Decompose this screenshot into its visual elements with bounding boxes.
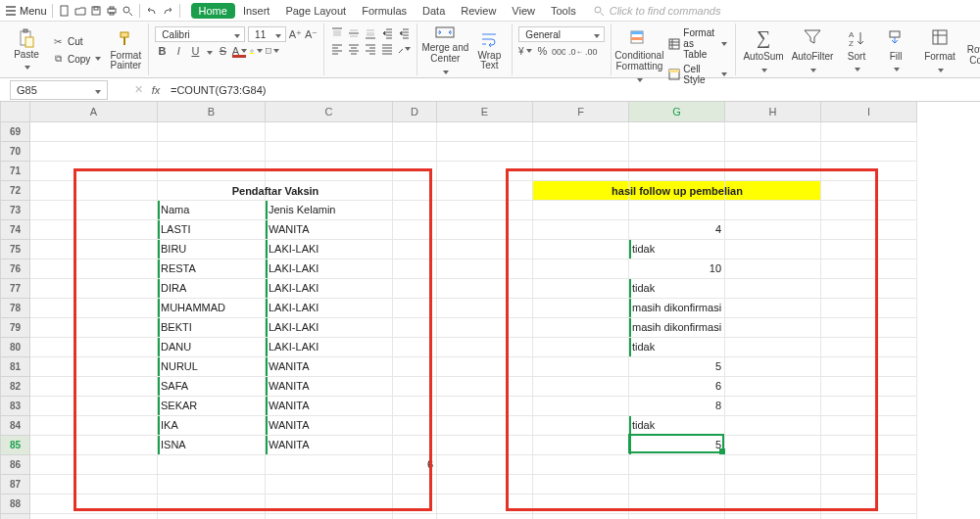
- cell-B84[interactable]: IKA: [158, 415, 266, 435]
- cell-I72[interactable]: [821, 180, 917, 200]
- cell-F80[interactable]: [533, 337, 629, 356]
- cell-H82[interactable]: [725, 376, 821, 396]
- format-painter-button[interactable]: Format Painter: [107, 24, 144, 75]
- cell-E89[interactable]: [437, 513, 533, 519]
- cell-D77[interactable]: [393, 278, 437, 298]
- cell-C84[interactable]: WANITA: [266, 415, 393, 435]
- row-header-73[interactable]: 73: [1, 200, 30, 219]
- app-menu-icon[interactable]: [4, 4, 18, 18]
- format-as-table-button[interactable]: Format as Table: [666, 26, 729, 61]
- cell-C86[interactable]: [266, 454, 393, 474]
- cell-A73[interactable]: [30, 200, 158, 219]
- cell-D73[interactable]: [393, 200, 437, 219]
- cell-B82[interactable]: SAFA: [158, 376, 266, 396]
- cell-G71[interactable]: [629, 161, 725, 180]
- cell-F74[interactable]: [533, 219, 629, 239]
- cell-C88[interactable]: [266, 494, 393, 513]
- align-center-icon[interactable]: [347, 42, 361, 56]
- cell-G76[interactable]: 10: [629, 259, 725, 278]
- orientation-icon[interactable]: [397, 42, 411, 56]
- cell-C76[interactable]: LAKI-LAKI: [266, 259, 393, 278]
- cell-A72[interactable]: [30, 180, 158, 200]
- cell-G87[interactable]: [629, 474, 725, 494]
- cell-A70[interactable]: [30, 141, 158, 161]
- cell-B78[interactable]: MUHAMMAD: [158, 298, 266, 317]
- col-header-G[interactable]: G: [629, 102, 725, 121]
- cell-G89[interactable]: [629, 513, 725, 519]
- cell-E70[interactable]: [437, 141, 533, 161]
- cell-E81[interactable]: [437, 356, 533, 376]
- cell-C74[interactable]: WANITA: [266, 219, 393, 239]
- cell-C83[interactable]: WANITA: [266, 396, 393, 415]
- cell-E74[interactable]: [437, 219, 533, 239]
- cell-C69[interactable]: [266, 121, 393, 141]
- cell-I88[interactable]: [821, 494, 917, 513]
- cell-H84[interactable]: [725, 415, 821, 435]
- fill-color-icon[interactable]: [249, 44, 263, 58]
- cell-I85[interactable]: [821, 435, 917, 454]
- row-header-69[interactable]: 69: [1, 121, 30, 141]
- number-format-select[interactable]: General: [518, 26, 605, 42]
- cell-G88[interactable]: [629, 494, 725, 513]
- menu-label[interactable]: Menu: [20, 5, 47, 17]
- cell-E72[interactable]: [437, 180, 533, 200]
- cell-E78[interactable]: [437, 298, 533, 317]
- tab-tools[interactable]: Tools: [543, 3, 584, 19]
- cell-B83[interactable]: SEKAR: [158, 396, 266, 415]
- cell-I71[interactable]: [821, 161, 917, 180]
- font-name-select[interactable]: Calibri: [155, 26, 245, 42]
- cell-F73[interactable]: [533, 200, 629, 219]
- row-header-84[interactable]: 84: [1, 415, 30, 435]
- cell-A69[interactable]: [30, 121, 158, 141]
- cell-C71[interactable]: [266, 161, 393, 180]
- cell-B86[interactable]: [158, 454, 266, 474]
- fill-button[interactable]: Fill: [877, 24, 914, 75]
- cell-F88[interactable]: [533, 494, 629, 513]
- cell-A84[interactable]: [30, 415, 158, 435]
- tab-data[interactable]: Data: [415, 3, 453, 19]
- cell-A71[interactable]: [30, 161, 158, 180]
- cell-H85[interactable]: [725, 435, 821, 454]
- row-header-78[interactable]: 78: [1, 298, 30, 317]
- col-header-B[interactable]: B: [158, 102, 266, 121]
- cell-E86[interactable]: [437, 454, 533, 474]
- cell-H70[interactable]: [725, 141, 821, 161]
- cell-F76[interactable]: [533, 259, 629, 278]
- tab-insert[interactable]: Insert: [235, 3, 278, 19]
- cell-H87[interactable]: [725, 474, 821, 494]
- cell-H79[interactable]: [725, 317, 821, 337]
- cell-H78[interactable]: [725, 298, 821, 317]
- row-header-85[interactable]: 85: [1, 435, 30, 454]
- cell-B74[interactable]: LASTI: [158, 219, 266, 239]
- cell-F77[interactable]: [533, 278, 629, 298]
- cell-G79[interactable]: masih dikonfirmasi: [629, 317, 725, 337]
- cell-D84[interactable]: [393, 415, 437, 435]
- cell-F82[interactable]: [533, 376, 629, 396]
- cell-E88[interactable]: [437, 494, 533, 513]
- cell-B85[interactable]: ISNA: [158, 435, 266, 454]
- cell-I89[interactable]: [821, 513, 917, 519]
- row-header-83[interactable]: 83: [1, 396, 30, 415]
- cell-H88[interactable]: [725, 494, 821, 513]
- cell-B89[interactable]: [158, 513, 266, 519]
- cell-C85[interactable]: WANITA: [266, 435, 393, 454]
- cell-D82[interactable]: [393, 376, 437, 396]
- cell-C77[interactable]: LAKI-LAKI: [266, 278, 393, 298]
- cell-A79[interactable]: [30, 317, 158, 337]
- row-header-81[interactable]: 81: [1, 356, 30, 376]
- cell-E77[interactable]: [437, 278, 533, 298]
- tab-page-layout[interactable]: Page Layout: [277, 3, 354, 19]
- redo-icon[interactable]: [161, 4, 174, 18]
- cell-G78[interactable]: masih dikonfirmasi: [629, 298, 725, 317]
- increase-decimal-icon[interactable]: .0←: [568, 44, 582, 58]
- cell-A80[interactable]: [30, 337, 158, 356]
- cell-I75[interactable]: [821, 239, 917, 259]
- cell-C70[interactable]: [266, 141, 393, 161]
- cell-B73[interactable]: Nama: [158, 200, 266, 219]
- cell-D69[interactable]: [393, 121, 437, 141]
- cell-F87[interactable]: [533, 474, 629, 494]
- cell-G74[interactable]: 4: [629, 219, 725, 239]
- cell-H83[interactable]: [725, 396, 821, 415]
- cell-I76[interactable]: [821, 259, 917, 278]
- cell-C81[interactable]: WANITA: [266, 356, 393, 376]
